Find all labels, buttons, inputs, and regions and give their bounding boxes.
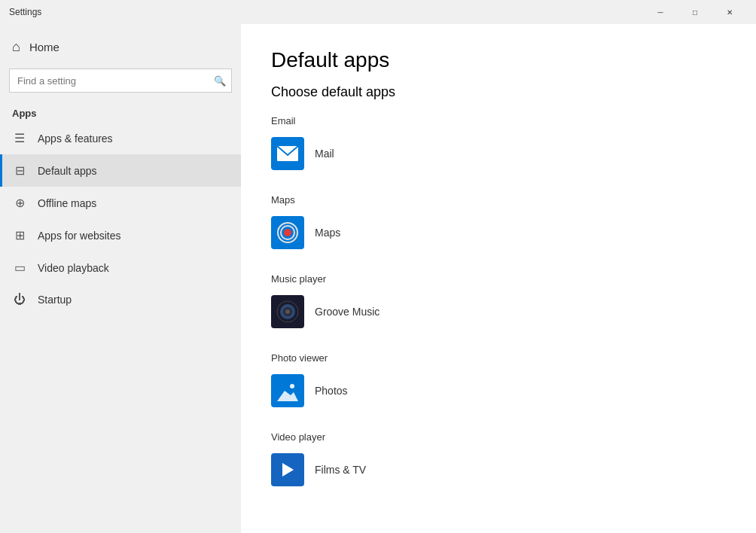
music-category: Music player Groove Music — [271, 273, 726, 331]
music-app-item[interactable]: Groove Music — [271, 292, 726, 331]
startup-icon: ⏻ — [12, 293, 27, 306]
music-app-icon — [271, 295, 304, 328]
search-box: 🔍 — [9, 69, 232, 93]
section-subtitle: Choose default apps — [271, 84, 726, 100]
films-category: Video player Films & TV — [271, 431, 726, 489]
sidebar-item-home[interactable]: ⌂ Home — [0, 30, 241, 64]
sidebar-item-label: Apps for websites — [38, 230, 121, 242]
close-button[interactable]: ✕ — [712, 0, 747, 24]
section-label: Apps — [0, 102, 241, 122]
page-title: Default apps — [271, 48, 726, 72]
main-content: Default apps Choose default apps Email M… — [241, 24, 756, 533]
apps-features-icon: ☰ — [12, 131, 27, 145]
sidebar-item-label: Default apps — [38, 165, 97, 177]
sidebar-item-label: Offline maps — [38, 197, 96, 209]
mail-app-name: Mail — [315, 148, 334, 160]
maps-visual — [277, 222, 298, 243]
sidebar-item-label: Startup — [38, 294, 72, 306]
maps-app-icon — [271, 216, 304, 249]
apps-websites-icon: ⊞ — [12, 228, 27, 242]
maps-app-name: Maps — [315, 227, 340, 239]
default-apps-icon: ⊟ — [12, 163, 27, 178]
sidebar-item-default-apps[interactable]: ⊟ Default apps — [0, 154, 241, 187]
maps-category: Maps Maps — [271, 194, 726, 252]
svg-point-4 — [285, 309, 290, 314]
mail-icon-svg — [277, 146, 298, 161]
photos-app-name: Photos — [315, 385, 348, 397]
maximize-button[interactable]: □ — [678, 0, 712, 24]
music-label: Music player — [271, 273, 726, 285]
titlebar: Settings ─ □ ✕ — [0, 0, 756, 24]
email-label: Email — [271, 115, 726, 126]
home-icon: ⌂ — [12, 39, 20, 55]
email-app-item[interactable]: Mail — [271, 134, 726, 173]
maps-label: Maps — [271, 194, 726, 206]
play-icon — [282, 463, 294, 477]
sidebar: ⌂ Home 🔍 Apps ☰ Apps & features ⊟ Defaul… — [0, 24, 241, 533]
search-icon: 🔍 — [214, 75, 226, 87]
svg-point-6 — [290, 384, 294, 388]
offline-maps-icon: ⊕ — [12, 196, 27, 210]
films-app-icon — [271, 453, 304, 486]
photos-icon-svg — [277, 380, 298, 401]
films-app-name: Films & TV — [315, 464, 366, 476]
sidebar-item-apps-features[interactable]: ☰ Apps & features — [0, 122, 241, 154]
search-input[interactable] — [9, 69, 232, 93]
films-visual — [277, 459, 298, 480]
sidebar-item-offline-maps[interactable]: ⊕ Offline maps — [0, 187, 241, 219]
sidebar-item-apps-websites[interactable]: ⊞ Apps for websites — [0, 219, 241, 251]
sidebar-item-label: Apps & features — [38, 132, 113, 145]
groove-icon-svg — [276, 300, 299, 323]
photos-app-icon — [271, 374, 304, 407]
music-app-name: Groove Music — [315, 306, 380, 318]
email-category: Email Mail — [271, 115, 726, 173]
maps-app-item[interactable]: Maps — [271, 213, 726, 252]
sidebar-item-video-playback[interactable]: ▭ Video playback — [0, 251, 241, 284]
maps-dot — [284, 229, 291, 236]
minimize-button[interactable]: ─ — [643, 0, 678, 24]
photos-category: Photo viewer Photos — [271, 352, 726, 410]
sidebar-item-label: Video playback — [38, 262, 109, 274]
mail-app-icon — [271, 137, 304, 170]
sidebar-item-startup[interactable]: ⏻ Startup — [0, 284, 241, 315]
app-title: Settings — [9, 7, 41, 17]
films-app-item[interactable]: Films & TV — [271, 450, 726, 489]
films-label: Video player — [271, 431, 726, 443]
app-body: ⌂ Home 🔍 Apps ☰ Apps & features ⊟ Defaul… — [0, 24, 756, 533]
video-playback-icon: ▭ — [12, 260, 27, 275]
home-label: Home — [29, 41, 59, 53]
photos-app-item[interactable]: Photos — [271, 371, 726, 410]
photos-label: Photo viewer — [271, 352, 726, 364]
window-controls: ─ □ ✕ — [643, 0, 747, 24]
